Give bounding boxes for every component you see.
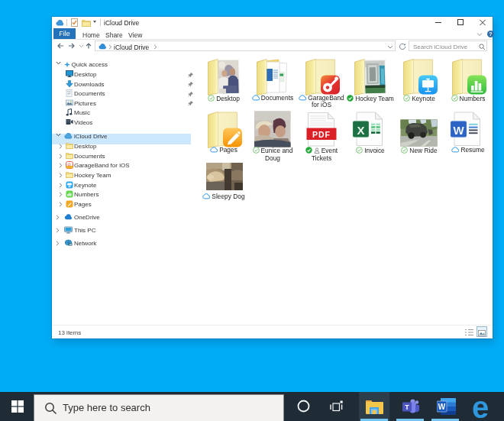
svg-text:X: X [357,124,364,137]
svg-text:W: W [453,124,464,137]
svg-text:W: W [438,403,446,411]
svg-text:T: T [405,403,409,411]
svg-text:PDF: PDF [312,129,331,138]
